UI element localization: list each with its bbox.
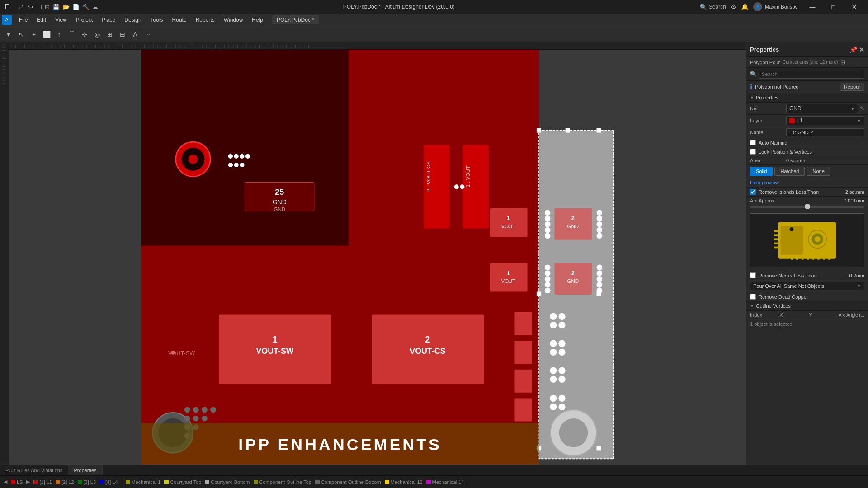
settings-icon[interactable]: ⚙ — [731, 3, 736, 10]
titlebar-icon-cloud: ☁ — [92, 4, 98, 10]
layer-mech1-dot — [126, 480, 130, 484]
arc-slider-thumb[interactable] — [805, 204, 810, 209]
svg-text:IPP ENHANCEMENTS: IPP ENHANCEMENTS — [238, 436, 442, 454]
net-edit-button[interactable]: ✎ — [860, 105, 864, 112]
toolbar-bend[interactable]: ⌒ — [66, 28, 78, 40]
layer-courtyard-bottom[interactable]: Courtyard Bottom — [205, 479, 250, 485]
pin-button[interactable]: 📌 — [849, 46, 857, 53]
svg-point-59 — [545, 288, 551, 294]
remove-dead-copper-checkbox[interactable] — [750, 294, 756, 300]
fill-hatched-button[interactable]: Hatched — [774, 167, 805, 176]
toolbar-target[interactable]: ◎ — [91, 28, 103, 40]
search-input[interactable] — [759, 70, 864, 79]
pour-over-dropdown[interactable]: Pour Over All Same Net Objects ▼ — [750, 282, 864, 290]
notif-icon[interactable]: 🔔 — [741, 3, 749, 10]
menu-view[interactable]: View — [51, 16, 71, 24]
menu-route[interactable]: Route — [168, 16, 191, 24]
arc-approx-label: Arc Approx. — [750, 198, 833, 203]
menu-design[interactable]: Design — [120, 16, 146, 24]
menu-window[interactable]: Window — [219, 16, 248, 24]
layer-l4[interactable]: [4] L4 — [99, 479, 118, 485]
name-row: Name — [746, 127, 868, 138]
panel-close-button[interactable]: ✕ — [859, 46, 864, 53]
svg-rect-125 — [774, 230, 778, 232]
layer-l2[interactable]: [2] L2 — [56, 479, 74, 485]
layer-cob-label: Component Outline Bottom — [321, 479, 381, 485]
vertices-column-headers: Index X Y Arc Angle (... — [746, 311, 868, 319]
toolbar-select[interactable]: ↖ — [15, 28, 27, 40]
svg-point-93 — [558, 404, 565, 410]
svg-point-100 — [202, 407, 208, 413]
properties-section-header[interactable]: ▼ Properties — [746, 93, 868, 103]
maximize-button[interactable]: □ — [823, 0, 844, 14]
name-input[interactable] — [786, 128, 864, 136]
titlebar: 🖥 ↩ ↪ | ⊞ 💾 📂 📄 🔨 ☁ POLY.PcbDoc * - Alti… — [0, 0, 868, 14]
menu-tools[interactable]: Tools — [146, 16, 168, 24]
layer-ct-label: Courtyard Top — [170, 479, 201, 485]
menu-edit[interactable]: Edit — [32, 16, 51, 24]
layer-l3[interactable]: [3] L3 — [78, 479, 96, 485]
remove-necks-label: Remove Necks Less Than — [759, 273, 846, 278]
layer-nav-right[interactable]: ▶ — [26, 479, 30, 485]
layer-dropdown[interactable]: L1 ▼ — [786, 116, 864, 125]
net-dropdown[interactable]: GND ▼ — [786, 104, 858, 113]
user-avatar[interactable]: 👤 — [753, 2, 762, 11]
undo-button[interactable]: ↩ — [16, 2, 25, 11]
layer-courtyard-top[interactable]: Courtyard Top — [164, 479, 201, 485]
fill-solid-button[interactable]: Solid — [750, 167, 773, 176]
area-value: 0 sq.mm — [786, 158, 805, 163]
toolbar-measure[interactable]: ⊹ — [79, 28, 90, 40]
repour-button[interactable]: Repour — [840, 83, 864, 91]
menu-help[interactable]: Help — [247, 16, 268, 24]
close-button[interactable]: ✕ — [844, 0, 864, 14]
titlebar-search-label[interactable]: Search — [709, 4, 726, 10]
auto-naming-checkbox[interactable] — [750, 140, 756, 145]
layer-comp-bottom[interactable]: Component Outline Bottom — [315, 479, 381, 485]
layer-nav-left[interactable]: ◀ — [4, 479, 7, 485]
minimize-button[interactable]: — — [802, 0, 823, 14]
fill-none-button[interactable]: None — [807, 167, 830, 176]
toolbar-group[interactable]: ⊞ — [104, 28, 116, 40]
lock-position-checkbox[interactable] — [750, 149, 756, 155]
remove-islands-checkbox[interactable] — [750, 189, 756, 195]
layer-l1[interactable]: [1] L1 — [33, 479, 52, 485]
tab-pcb-rules[interactable]: PCB Rules And Violations — [0, 465, 68, 475]
document-tab[interactable]: POLY.PcbDoc * — [272, 15, 319, 24]
toolbar-plus[interactable]: + — [28, 28, 40, 40]
titlebar-icon-save: 💾 — [52, 4, 60, 10]
hide-preview-link[interactable]: Hide preview — [746, 178, 868, 188]
toolbar-upload[interactable]: ↑ — [53, 28, 65, 40]
toolbar-layers[interactable]: ⊟ — [117, 28, 128, 40]
toolbar-more[interactable]: ··· — [142, 28, 154, 40]
remove-necks-row: Remove Necks Less Than 0.2mm — [746, 271, 868, 280]
toolbar-rect[interactable]: ⬜ — [41, 28, 52, 40]
menu-place[interactable]: Place — [97, 16, 120, 24]
titlebar-icon-build: 🔨 — [82, 4, 90, 10]
svg-point-103 — [193, 416, 199, 422]
menu-reports[interactable]: Reports — [191, 16, 219, 24]
layer-ls[interactable]: LS — [11, 479, 23, 485]
filter-icon[interactable]: ⊟ — [840, 59, 845, 66]
outline-vertices-header[interactable]: ▼ Outline Vertices — [746, 301, 868, 311]
tab-properties[interactable]: Properties — [68, 465, 102, 475]
redo-button[interactable]: ↪ — [26, 2, 35, 11]
pcb-canvas[interactable]: 25 GND GND 2 : VOUT-CS 1 : VOUT 1 VOUT 2 — [9, 50, 746, 465]
remove-necks-checkbox[interactable] — [750, 272, 756, 278]
arc-slider-track[interactable] — [750, 206, 864, 208]
canvas-area[interactable]: ||||||||||||||||||||||||||||||||||||||||… — [9, 42, 746, 465]
svg-point-62 — [597, 276, 603, 282]
layer-mech13[interactable]: Mechanical 13 — [385, 479, 423, 485]
svg-point-31 — [454, 184, 459, 189]
properties-panel: Properties 📌 ✕ Polygon Pour Components (… — [746, 42, 868, 465]
menu-project[interactable]: Project — [71, 16, 97, 24]
toolbar-text[interactable]: A — [129, 28, 141, 40]
toolbar-filter[interactable]: ▼ — [3, 28, 14, 40]
menu-file[interactable]: File — [14, 16, 32, 24]
svg-point-45 — [597, 216, 603, 221]
layer-mech1[interactable]: Mechanical 1 — [126, 479, 161, 485]
svg-rect-116 — [791, 255, 793, 260]
layer-mech14[interactable]: Mechanical 14 — [426, 479, 464, 485]
layer-comp-top[interactable]: Component Outline Top — [254, 479, 311, 485]
svg-point-48 — [597, 233, 603, 239]
area-row: Area 0 sq.mm — [746, 156, 868, 165]
